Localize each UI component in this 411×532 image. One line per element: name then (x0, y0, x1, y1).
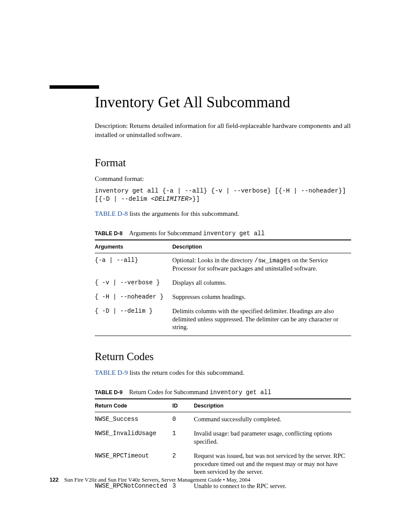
table-row: { -H | --noheader } Suppresses column he… (95, 290, 351, 304)
section-rule (50, 85, 99, 89)
intro-paragraph: Description: Returns detailed informatio… (95, 121, 351, 140)
table-d9-link[interactable]: TABLE D-9 (95, 369, 128, 376)
footer-text: Sun Fire V20z and Sun Fire V40z Servers,… (64, 476, 250, 483)
format-heading: Format (95, 157, 351, 169)
return-codes-heading: Return Codes (95, 351, 351, 363)
table-d8-caption: TABLE D-8 Arguments for Subcommand inven… (95, 230, 351, 237)
table-d8-link[interactable]: TABLE D-8 (95, 210, 128, 217)
th-id: ID (172, 399, 194, 412)
table-row: {-a | --all} Optional: Looks in the dire… (95, 253, 351, 276)
table-d8: Arguments Description {-a | --all} Optio… (95, 240, 351, 336)
table-d9-caption: TABLE D-9 Return Codes for Subcommand in… (95, 389, 351, 396)
th-return-code: Return Code (95, 399, 172, 412)
table-row: NWSE_Success 0 Command successfully comp… (95, 412, 351, 426)
page-number: 122 (50, 477, 59, 483)
page-footer: 122 Sun Fire V20z and Sun Fire V40z Serv… (50, 476, 351, 483)
table-row: { -v | --verbose } Displays all columns. (95, 276, 351, 290)
th-description: Description (194, 399, 351, 412)
table-d9-reference: TABLE D-9 lists the return codes for thi… (95, 369, 351, 376)
table-d8-reference: TABLE D-8 lists the arguments for this s… (95, 210, 351, 218)
th-description: Description (172, 240, 351, 253)
table-row: NWSE_InvalidUsage 1 Invalid usage: bad p… (95, 426, 351, 449)
format-leadin: Command format: (95, 175, 351, 183)
table-row: NWSE_RPCTimeout 2 Request was issued, bu… (95, 449, 351, 479)
page-title: Inventory Get All Subcommand (95, 94, 351, 111)
command-format-code: inventory get all {-a | --all} {-v | --v… (95, 187, 351, 204)
table-row: { -D | --delim } Delimits columns with t… (95, 304, 351, 336)
th-arguments: Arguments (95, 240, 172, 253)
